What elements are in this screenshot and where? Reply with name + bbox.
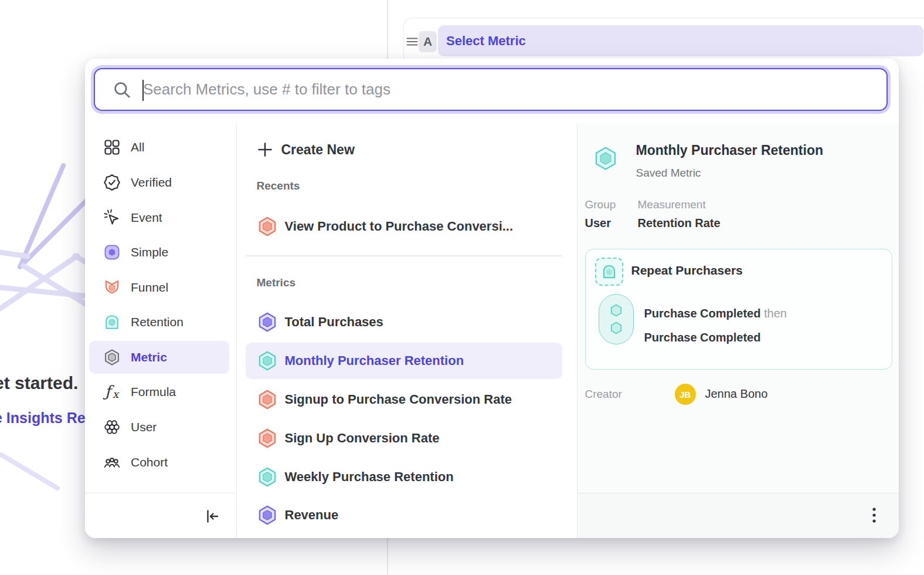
creator-label: Creator [585, 388, 622, 401]
list-item-total-purchases[interactable]: Total Purchases [246, 304, 562, 340]
sidebar-item-user[interactable]: User [89, 411, 229, 444]
cursor-click-icon [103, 209, 121, 226]
sidebar-item-all[interactable]: All [89, 131, 229, 164]
sidebar-item-simple[interactable]: Simple [89, 236, 229, 269]
hamburger-icon[interactable] [406, 36, 418, 48]
retention-icon [103, 313, 121, 331]
plus-icon [257, 141, 273, 158]
sidebar-item-label: Event [131, 211, 162, 225]
retention-arch-icon [600, 262, 619, 281]
sidebar-item-retention[interactable]: Retention [89, 306, 229, 339]
section-label-recents: Recents [257, 180, 300, 192]
list-item-label: View Product to Purchase Conversi... [285, 219, 514, 234]
group-label: Group [585, 198, 616, 211]
card-title: Repeat Purchasers [631, 263, 743, 278]
sidebar-footer [85, 493, 236, 538]
sidebar-item-metric[interactable]: Metric [89, 341, 229, 374]
step-1: Purchase Completed then [644, 307, 787, 320]
svg-text:x: x [113, 388, 120, 400]
metric-picker-modal: All Verified Event Simple Funnel Retenti [85, 59, 899, 538]
sidebar-item-label: Simple [131, 245, 168, 259]
simple-metric-icon [103, 243, 121, 261]
metric-hexagon-icon [103, 349, 121, 366]
sidebar-item-label: Verified [131, 175, 172, 190]
retention-hexagon-icon [257, 466, 278, 488]
creator-name: Jenna Bono [705, 387, 768, 401]
sidebar-item-event[interactable]: Event [89, 201, 229, 234]
cohort-icon [103, 454, 121, 471]
sidebar-item-verified[interactable]: Verified [89, 166, 229, 199]
step-1-label: Purchase Completed [644, 307, 761, 320]
list-item-sign-up-conversion[interactable]: Sign Up Conversion Rate [246, 420, 562, 456]
sidebar-item-formula[interactable]: ƒ x Formula [89, 376, 229, 408]
event-hexagon-icon [609, 303, 624, 318]
saved-metric-hexagon-icon [593, 146, 619, 171]
measurement-value: Retention Rate [638, 217, 721, 230]
step-2: Purchase Completed [644, 331, 761, 344]
list-item-view-product[interactable]: View Product to Purchase Conversi... [246, 208, 562, 245]
list-item-signup-to-purchase[interactable]: Signup to Purchase Conversion Rate [246, 381, 562, 418]
detail-subtitle: Saved Metric [636, 167, 701, 180]
insights-report-link[interactable]: e Insights Re [0, 410, 86, 427]
verified-badge-icon [103, 174, 121, 191]
sidebar-item-cohort[interactable]: Cohort [89, 446, 229, 479]
sidebar-item-label: Cohort [131, 455, 168, 469]
kebab-menu-icon[interactable] [871, 507, 877, 525]
user-cluster-icon [103, 418, 121, 436]
page: et started. e Insights Re A Select Metri… [0, 0, 924, 575]
sidebar-item-label: Retention [131, 315, 184, 329]
search-input[interactable] [141, 80, 875, 99]
measurement-label: Measurement [638, 198, 706, 211]
list-item-label: Total Purchases [285, 314, 383, 330]
metric-list: Create New Recents View Product to Purch… [237, 123, 576, 538]
list-item-label: Signup to Purchase Conversion Rate [285, 392, 512, 407]
retention-hexagon-icon [257, 350, 278, 371]
sidebar-item-label: Funnel [131, 280, 168, 295]
text-cursor [142, 80, 144, 101]
list-item-weekly-purchase-retention[interactable]: Weekly Purchase Retention [246, 459, 562, 495]
detail-title: Monthly Purchaser Retention [636, 143, 823, 158]
list-item-revenue[interactable]: Revenue [246, 497, 562, 533]
search-bar[interactable] [94, 68, 888, 111]
formula-icon: ƒ x [103, 383, 121, 401]
metric-detail-panel: Monthly Purchaser Retention Saved Metric… [577, 123, 899, 538]
metric-row-badge[interactable]: A [419, 31, 437, 52]
funnel-hexagon-icon [257, 428, 278, 449]
event-hexagon-icon [609, 320, 624, 336]
creator-avatar: JB [675, 384, 696, 405]
query-builder-card: A Select Metric [403, 18, 924, 62]
funnel-hexagon-icon [257, 216, 278, 237]
select-metric-label: Select Metric [446, 33, 526, 49]
sidebar-item-label: User [131, 420, 157, 434]
create-new-button[interactable]: Create New [246, 133, 562, 166]
background-heading: et started. [0, 373, 78, 393]
section-label-metrics: Metrics [257, 276, 296, 289]
create-new-label: Create New [281, 142, 355, 158]
grid-icon [103, 138, 121, 156]
sidebar-item-label: Formula [131, 385, 176, 399]
event-sequence-capsule [599, 294, 634, 344]
collapse-left-icon[interactable] [203, 508, 221, 525]
step-connector: then [764, 307, 787, 320]
retention-definition-card: Repeat Purchasers Purchase Completed the… [585, 249, 892, 370]
list-item-label: Monthly Purchaser Retention [285, 353, 464, 368]
select-metric-button[interactable]: Select Metric [438, 25, 923, 56]
sidebar-item-label: All [131, 140, 144, 154]
step-2-label: Purchase Completed [644, 331, 761, 344]
metric-hexagon-icon [257, 505, 278, 526]
sidebar-item-funnel[interactable]: Funnel [89, 271, 229, 304]
list-item-label: Revenue [285, 508, 339, 523]
list-divider [246, 255, 562, 256]
funnel-icon [103, 279, 121, 296]
detail-footer [578, 493, 899, 538]
funnel-hexagon-icon [257, 389, 278, 410]
group-value: User [585, 217, 611, 230]
list-item-label: Sign Up Conversion Rate [285, 431, 440, 446]
list-item-label: Weekly Purchase Retention [285, 469, 454, 485]
list-item-monthly-purchaser-retention[interactable]: Monthly Purchaser Retention [246, 343, 562, 379]
metric-hexagon-icon [257, 312, 278, 333]
sidebar-item-label: Metric [131, 350, 167, 364]
filter-sidebar: All Verified Event Simple Funnel Retenti [85, 123, 237, 538]
search-icon [113, 80, 131, 99]
repeat-purchasers-icon [595, 258, 623, 286]
